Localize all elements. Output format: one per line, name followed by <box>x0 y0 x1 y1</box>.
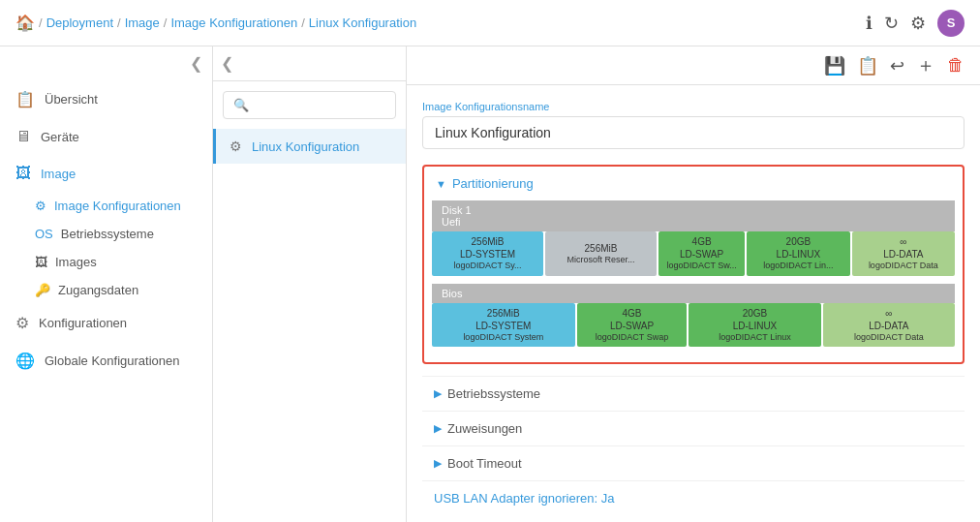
betriebssysteme-arrow: ▶ <box>434 387 442 400</box>
zuweisungen-arrow: ▶ <box>434 422 442 435</box>
middle-item-linux-konfiguration[interactable]: ⚙ Linux Konfiguration <box>213 129 406 164</box>
sidebar-sub-betriebssysteme[interactable]: OS Betriebssysteme <box>35 220 212 248</box>
middle-header: ❮ <box>213 46 406 81</box>
boot-timeout-arrow: ▶ <box>434 457 442 470</box>
breadcrumb-image-konfigurationen[interactable]: Image Konfigurationen <box>170 15 297 30</box>
image-konfigurationen-icon: ⚙ <box>35 199 46 213</box>
breadcrumb-current: Linux Konfiguration <box>309 15 416 30</box>
breadcrumb: 🏠 / Deployment / Image / Image Konfigura… <box>15 14 416 32</box>
field-value-name[interactable]: Linux Konfiguration <box>422 116 965 149</box>
save-button[interactable]: 💾 <box>824 55 845 77</box>
sidebar-sub-zugangsdaten[interactable]: 🔑 Zugangsdaten <box>35 276 212 304</box>
sidebar-label-image: Image <box>41 167 76 181</box>
partitionierung-header[interactable]: ▼ Partitionierung <box>424 167 963 200</box>
search-box[interactable]: 🔍 <box>223 91 396 119</box>
middle-back-button[interactable]: ❮ <box>221 54 233 73</box>
zugangsdaten-icon: 🔑 <box>35 283 50 297</box>
home-icon[interactable]: 🏠 <box>15 14 35 32</box>
zuweisungen-section-label: Zuweisungen <box>447 421 522 436</box>
geraete-icon: 🖥 <box>15 128 31 145</box>
undo-button[interactable]: ↩ <box>890 55 904 77</box>
detail-panel: Image Konfigurationsname Linux Konfigura… <box>407 85 980 522</box>
disk1-label: Disk 1 Uefi <box>432 200 955 231</box>
middle-panel: ❮ 🔍 ⚙ Linux Konfiguration <box>213 46 407 522</box>
settings-button[interactable]: ⚙ <box>910 13 926 34</box>
partition-bios-3[interactable]: ∞ LD-DATA logoDIDACT Data <box>823 303 955 348</box>
partition-uefi-0[interactable]: 256MiB LD-SYSTEM logoDIDACT Sy... <box>432 231 543 276</box>
field-label-name: Image Konfigurationsname <box>422 101 965 112</box>
boot-timeout-section-label: Boot Timeout <box>447 456 522 471</box>
sidebar-item-geraete[interactable]: 🖥 Geräte <box>0 118 212 155</box>
sidebar: ❮ 📋 Übersicht 🖥 Geräte 🖼 Image ⚙ Image K… <box>0 46 213 522</box>
sidebar-sub-image: ⚙ Image Konfigurationen OS Betriebssyste… <box>0 192 212 304</box>
middle-item-label: Linux Konfiguration <box>252 139 359 154</box>
sidebar-label-globale: Globale Konfigurationen <box>45 353 180 368</box>
delete-button[interactable]: 🗑 <box>947 55 965 76</box>
usb-lan-label: USB LAN Adapter ignorieren: <box>434 491 597 506</box>
partitionierung-arrow: ▼ <box>436 178 446 190</box>
detail-area: 💾 📋 ↩ ＋ 🗑 Image Konfigurationsname Linux… <box>407 46 980 522</box>
sidebar-sub-image-konfigurationen[interactable]: ⚙ Image Konfigurationen <box>35 192 212 220</box>
globale-icon: 🌐 <box>15 352 35 370</box>
sidebar-item-konfigurationen[interactable]: ⚙ Konfigurationen <box>0 304 212 342</box>
sidebar-item-globale-konfigurationen[interactable]: 🌐 Globale Konfigurationen <box>0 342 212 380</box>
sidebar-collapse-button[interactable]: ❮ <box>190 54 202 73</box>
breadcrumb-deployment[interactable]: Deployment <box>46 15 113 30</box>
partition-bios-1[interactable]: 4GB LD-SWAP logoDIDACT Swap <box>577 303 688 348</box>
partition-uefi-1[interactable]: 256MiB Microsoft Reser... <box>545 231 657 276</box>
breadcrumb-image[interactable]: Image <box>125 15 160 30</box>
betriebssysteme-icon: OS <box>35 227 53 241</box>
partition-bios-0[interactable]: 256MiB LD-SYSTEM logoDIDACT System <box>432 303 575 348</box>
uebersicht-icon: 📋 <box>15 90 35 108</box>
sidebar-toggle: ❮ <box>0 46 212 80</box>
toolbar: 💾 📋 ↩ ＋ 🗑 <box>407 46 980 85</box>
sidebar-label-geraete: Geräte <box>41 130 79 144</box>
bios-label: Bios <box>432 284 955 303</box>
sidebar-label-uebersicht: Übersicht <box>45 92 98 107</box>
partition-bios-2[interactable]: 20GB LD-LINUX logoDIDACT Linux <box>689 303 820 348</box>
refresh-button[interactable]: ↻ <box>884 13 899 34</box>
partition-uefi-4[interactable]: ∞ LD-DATA logoDIDACT Data <box>852 231 955 276</box>
disk-uefi-section: Disk 1 Uefi 256MiB LD-SYSTEM logoDIDACT … <box>424 200 963 362</box>
linux-konfiguration-icon: ⚙ <box>230 138 242 154</box>
sidebar-sub-label-images: Images <box>55 255 97 269</box>
sidebar-sub-label-image-konfigurationen: Image Konfigurationen <box>54 199 181 213</box>
top-actions: ℹ ↻ ⚙ S <box>866 10 965 37</box>
info-button[interactable]: ℹ <box>866 13 873 34</box>
avatar[interactable]: S <box>937 10 965 37</box>
usb-lan-section: USB LAN Adapter ignorieren: Ja <box>422 480 965 515</box>
copy-button[interactable]: 📋 <box>857 55 878 77</box>
uefi-partition-row: 256MiB LD-SYSTEM logoDIDACT Sy... 256MiB… <box>432 231 955 276</box>
sidebar-label-konfigurationen: Konfigurationen <box>39 316 127 330</box>
main-layout: ❮ 📋 Übersicht 🖥 Geräte 🖼 Image ⚙ Image K… <box>0 46 980 522</box>
boot-timeout-section[interactable]: ▶ Boot Timeout <box>422 445 965 480</box>
search-input[interactable] <box>255 98 385 112</box>
images-icon: 🖼 <box>35 255 47 269</box>
partitionierung-label: Partitionierung <box>452 176 534 191</box>
sidebar-sub-images[interactable]: 🖼 Images <box>35 248 212 276</box>
partition-uefi-2[interactable]: 4GB LD-SWAP logoDIDACT Sw... <box>658 231 745 276</box>
content-area: ❮ 🔍 ⚙ Linux Konfiguration 💾 📋 ↩ <box>213 46 980 522</box>
konfigurationen-icon: ⚙ <box>15 314 29 332</box>
image-icon: 🖼 <box>15 165 31 182</box>
partitionierung-section: ▼ Partitionierung Disk 1 Uefi 256MiB LD- <box>422 165 965 364</box>
sidebar-item-uebersicht[interactable]: 📋 Übersicht <box>0 80 212 118</box>
add-button[interactable]: ＋ <box>916 52 935 78</box>
usb-lan-value: Ja <box>601 491 615 506</box>
bios-partition-row: 256MiB LD-SYSTEM logoDIDACT System 4GB L… <box>432 303 955 348</box>
search-icon: 🔍 <box>233 98 249 112</box>
sidebar-sub-label-zugangsdaten: Zugangsdaten <box>58 283 138 297</box>
toolbar-right: 💾 📋 ↩ ＋ 🗑 <box>824 52 965 78</box>
sidebar-sub-label-betriebssysteme: Betriebssysteme <box>61 227 154 241</box>
betriebssysteme-section[interactable]: ▶ Betriebssysteme <box>422 376 965 411</box>
top-bar: 🏠 / Deployment / Image / Image Konfigura… <box>0 0 980 46</box>
partition-uefi-3[interactable]: 20GB LD-LINUX logoDIDACT Lin... <box>747 231 849 276</box>
zuweisungen-section[interactable]: ▶ Zuweisungen <box>422 411 965 445</box>
sidebar-item-image[interactable]: 🖼 Image <box>0 155 212 192</box>
betriebssysteme-section-label: Betriebssysteme <box>447 386 540 401</box>
